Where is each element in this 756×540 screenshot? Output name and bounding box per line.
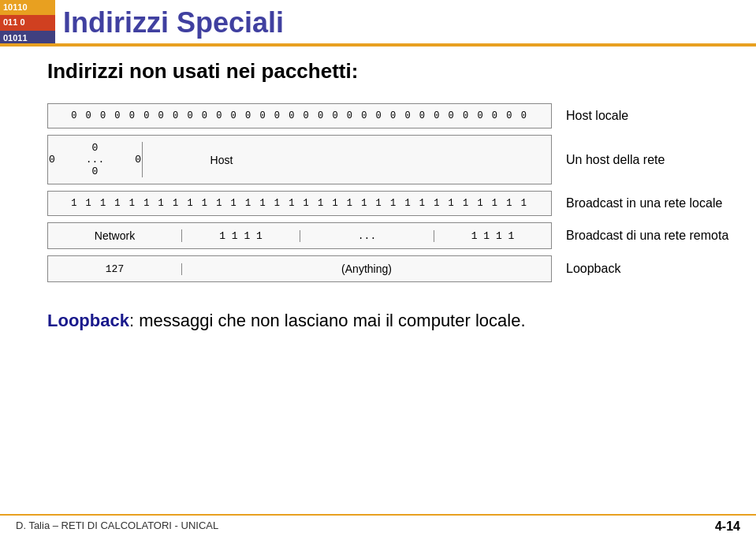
row1-label: Host locale: [566, 109, 628, 123]
row4-network: Network: [48, 229, 182, 242]
row2-address-box: 0 0 ... 0 0 Host: [47, 135, 552, 184]
footer-page: 4-14: [715, 520, 740, 534]
row4-dots: ...: [300, 230, 434, 242]
logo-block-1: 10110: [0, 0, 55, 15]
address-row-4: Network 1 1 1 1 ... 1 1 1 1 Broadcast di…: [47, 222, 732, 249]
orange-divider: [0, 43, 756, 47]
row4-ones2: 1 1 1 1: [434, 230, 551, 242]
loopback-description: : messaggi che non lasciano mai il compu…: [129, 311, 526, 330]
loopback-section: Loopback: messaggi che non lasciano mai …: [47, 309, 732, 333]
address-row-1: 0 0 0 0 0 0 0 0 0 0 0 0 0 0 0 0 0 0 0 0 …: [47, 103, 732, 128]
logo-area: 10110 011 0 01011: [0, 0, 55, 46]
row5-127: 127: [48, 263, 182, 275]
footer-author: D. Talia – RETI DI CALCOLATORI - UNICAL: [16, 520, 218, 534]
footer: D. Talia – RETI DI CALCOLATORI - UNICAL …: [0, 514, 756, 534]
row4-label: Broadcast di una rete remota: [566, 229, 728, 243]
logo-block-2: 011 0: [0, 15, 55, 30]
row4-address-box: Network 1 1 1 1 ... 1 1 1 1: [47, 222, 552, 249]
row4-ones1: 1 1 1 1: [182, 230, 300, 242]
row5-anything: (Anything): [182, 263, 551, 275]
loopback-bold: Loopback: [47, 311, 129, 330]
page-title: Indirizzi Speciali: [63, 6, 284, 39]
row2-host: Host: [143, 154, 300, 166]
subtitle: Indirizzi non usati nei pacchetti:: [47, 59, 732, 84]
row3-address-box: 1 1 1 1 1 1 1 1 1 1 1 1 1 1 1 1 1 1 1 1 …: [47, 191, 552, 216]
address-row-2: 0 0 ... 0 0 Host Un host della rete: [47, 135, 732, 184]
row1-address-box: 0 0 0 0 0 0 0 0 0 0 0 0 0 0 0 0 0 0 0 0 …: [47, 103, 552, 128]
row3-label: Broadcast in una rete locale: [566, 196, 722, 210]
row2-left-zeros: 0 0 ... 0 0: [48, 142, 143, 177]
row5-label: Loopback: [566, 262, 620, 276]
address-row-3: 1 1 1 1 1 1 1 1 1 1 1 1 1 1 1 1 1 1 1 1 …: [47, 191, 732, 216]
row2-label: Un host della rete: [566, 153, 665, 167]
main-content: Indirizzi non usati nei pacchetti: 0 0 0…: [47, 59, 732, 333]
address-rows: 0 0 0 0 0 0 0 0 0 0 0 0 0 0 0 0 0 0 0 0 …: [47, 103, 732, 285]
address-row-5: 127 (Anything) Loopback: [47, 255, 732, 282]
row5-address-box: 127 (Anything): [47, 255, 552, 282]
loopback-text: Loopback: messaggi che non lasciano mai …: [47, 309, 732, 333]
